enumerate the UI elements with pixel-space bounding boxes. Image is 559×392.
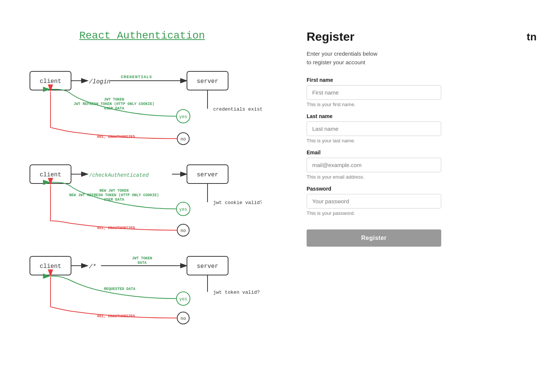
svg-text:JWT TOKEN: JWT TOKEN [104,98,124,102]
diagram-container: client /login CREDENTIALS server credent… [22,56,262,334]
svg-text:no: no [181,228,186,234]
svg-text:jwt token valid?: jwt token valid? [213,290,260,295]
svg-text:USER DATA: USER DATA [104,107,124,111]
svg-text:no: no [181,137,186,142]
svg-text:401, UNAUTHORIZED: 401, UNAUTHORIZED [97,314,135,318]
svg-text:credentials exist?: credentials exist? [213,107,262,112]
svg-text:yes: yes [179,207,187,212]
password-hint: This is your password. [307,210,537,216]
email-group: Email This is your email address. [307,149,537,180]
svg-text:server: server [197,263,218,270]
email-input[interactable] [307,158,441,172]
svg-text:JWT TOKEN: JWT TOKEN [132,256,152,260]
last-name-hint: This is your last name. [307,138,537,143]
first-name-hint: This is your first name. [307,102,537,107]
register-form-panel: Register tn Enter your credentials below… [284,0,559,392]
svg-text:no: no [181,316,186,321]
svg-text:client: client [40,78,61,85]
last-name-label: Last name [307,113,537,119]
form-title: Register [307,30,354,44]
svg-text:client: client [40,172,61,178]
svg-text:yes: yes [179,114,187,120]
svg-text:NEW JWT TOKEN: NEW JWT TOKEN [99,189,129,193]
email-label: Email [307,149,537,155]
first-name-label: First name [307,77,537,83]
svg-text:jwt cookie valid?: jwt cookie valid? [213,200,262,206]
svg-text:client: client [40,263,61,270]
logo-icon: tn [527,31,537,43]
svg-text:yes: yes [179,297,187,302]
password-label: Password [307,186,537,192]
svg-text:NEW JWT REFRESH TOKEN (HTTP ON: NEW JWT REFRESH TOKEN (HTTP ONLY COOKIE) [69,193,159,197]
email-hint: This is your email address. [307,174,537,180]
svg-text:401, UNAUTHORIZED: 401, UNAUTHORIZED [97,226,135,230]
svg-text:REQUESTED DATA: REQUESTED DATA [104,287,135,291]
svg-text:JWT REFRESH TOKEN (HTTP ONLY C: JWT REFRESH TOKEN (HTTP ONLY COOKIE) [74,102,154,106]
last-name-input[interactable] [307,121,441,136]
svg-text:/checkAuthenticated: /checkAuthenticated [89,172,149,178]
svg-text:USER DATA: USER DATA [104,198,124,202]
password-group: Password This is your password. [307,186,537,216]
svg-text:CREDENTIALS: CREDENTIALS [121,75,152,79]
diagram-title: React Authentication [79,30,205,41]
svg-text:server: server [197,78,218,85]
svg-text:401, UNAUTHORIZED: 401, UNAUTHORIZED [97,135,135,139]
password-input[interactable] [307,194,441,209]
register-button[interactable]: Register [307,229,441,247]
last-name-group: Last name This is your last name. [307,113,537,143]
form-subtitle: Enter your credentials below to register… [307,50,537,67]
form-header: Register tn [307,30,537,44]
svg-text:/login: /login [89,78,111,85]
diagram-panel: React Authentication client /login CREDE… [0,0,284,392]
first-name-group: First name This is your first name. [307,77,537,107]
first-name-input[interactable] [307,85,441,100]
svg-text:DATA: DATA [138,261,147,265]
svg-text:server: server [197,172,218,178]
svg-text:/*: /* [89,263,96,270]
